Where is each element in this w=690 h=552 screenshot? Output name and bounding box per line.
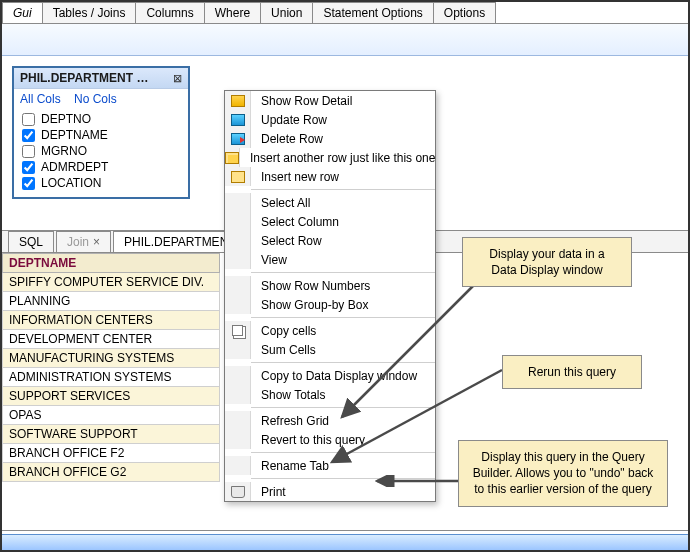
table-row[interactable]: INFORMATION CENTERS [3, 311, 220, 330]
column-list: DEPTNO DEPTNAME MGRNO ADMRDEPT LOCATION [14, 109, 188, 197]
column-checkbox[interactable] [22, 145, 35, 158]
table-row[interactable]: BRANCH OFFICE G2 [3, 463, 220, 482]
table-row[interactable]: SOFTWARE SUPPORT [3, 425, 220, 444]
grid-cell[interactable]: BRANCH OFFICE F2 [3, 444, 220, 463]
column-label: ADMRDEPT [41, 160, 108, 174]
no-cols-link[interactable]: No Cols [74, 92, 117, 106]
menu-item[interactable]: Update Row [225, 110, 435, 129]
detail-icon [231, 95, 245, 107]
menu-item-label: Sum Cells [251, 343, 435, 357]
table-box-phil-department[interactable]: PHIL.DEPARTMENT … ⊠ All Cols No Cols DEP… [12, 66, 190, 199]
grid-cell[interactable]: INFORMATION CENTERS [3, 311, 220, 330]
menu-item[interactable]: Show Row Numbers [225, 276, 435, 295]
menu-separator [251, 317, 435, 318]
column-label: DEPTNAME [41, 128, 108, 142]
menu-item[interactable]: View [225, 250, 435, 269]
menu-item[interactable]: Insert another row just like this one [225, 148, 435, 167]
menu-item[interactable]: Select All [225, 193, 435, 212]
column-item: DEPTNO [18, 111, 184, 127]
grid-cell[interactable]: ADMINISTRATION SYSTEMS [3, 368, 220, 387]
insnew-icon [231, 171, 245, 183]
copy-icon [232, 325, 243, 336]
menu-separator [251, 452, 435, 453]
column-item: DEPTNAME [18, 127, 184, 143]
grid-cell[interactable]: OPAS [3, 406, 220, 425]
menu-separator [251, 478, 435, 479]
result-grid[interactable]: DEPTNAME SPIFFY COMPUTER SERVICE DIV.PLA… [2, 253, 220, 482]
menu-separator [251, 189, 435, 190]
callout-rerun-query: Rerun this query [502, 355, 642, 389]
column-item: MGRNO [18, 143, 184, 159]
grid-cell[interactable]: PLANNING [3, 292, 220, 311]
menu-item[interactable]: Select Row [225, 231, 435, 250]
menu-item-label: Delete Row [251, 132, 435, 146]
column-label: DEPTNO [41, 112, 91, 126]
close-icon[interactable]: × [93, 235, 100, 249]
menu-item-label: Copy to Data Display window [251, 369, 435, 383]
tab-options[interactable]: Options [433, 2, 496, 23]
close-icon[interactable]: ⊠ [173, 72, 182, 85]
column-item: ADMRDEPT [18, 159, 184, 175]
menu-item-label: Rename Tab [251, 459, 435, 473]
update-icon [231, 114, 245, 126]
context-menu[interactable]: Show Row DetailUpdate RowDelete RowInser… [224, 90, 436, 502]
menu-item[interactable]: Copy cells [225, 321, 435, 340]
table-row[interactable]: MANUFACTURING SYSTEMS [3, 349, 220, 368]
table-row[interactable]: DEVELOPMENT CENTER [3, 330, 220, 349]
menu-item-label: Insert new row [251, 170, 435, 184]
menu-item[interactable]: Show Row Detail [225, 91, 435, 110]
menu-item[interactable]: Copy to Data Display window [225, 366, 435, 385]
menu-item[interactable]: Revert to this query [225, 430, 435, 449]
table-row[interactable]: SUPPORT SERVICES [3, 387, 220, 406]
menu-item[interactable]: Rename Tab [225, 456, 435, 475]
menu-separator [251, 362, 435, 363]
all-cols-link[interactable]: All Cols [20, 92, 61, 106]
tab-union[interactable]: Union [260, 2, 313, 23]
menu-item[interactable]: Show Group-by Box [225, 295, 435, 314]
grid-cell[interactable]: DEVELOPMENT CENTER [3, 330, 220, 349]
menu-item-label: Show Group-by Box [251, 298, 435, 312]
print-icon [231, 486, 245, 498]
table-row[interactable]: BRANCH OFFICE F2 [3, 444, 220, 463]
menu-item-label: Revert to this query [251, 433, 435, 447]
result-tab-sql[interactable]: SQL [8, 231, 54, 252]
grid-cell[interactable]: SUPPORT SERVICES [3, 387, 220, 406]
column-item: LOCATION [18, 175, 184, 191]
column-checkbox[interactable] [22, 177, 35, 190]
table-row[interactable]: PLANNING [3, 292, 220, 311]
tab-where[interactable]: Where [204, 2, 261, 23]
grid-header[interactable]: DEPTNAME [3, 254, 220, 273]
tab-gui[interactable]: Gui [2, 2, 43, 23]
column-label: LOCATION [41, 176, 101, 190]
menu-item[interactable]: Refresh Grid [225, 411, 435, 430]
tab-tables-joins[interactable]: Tables / Joins [42, 2, 137, 23]
menu-item-label: Copy cells [251, 324, 435, 338]
grid-cell[interactable]: SPIFFY COMPUTER SERVICE DIV. [3, 273, 220, 292]
table-row[interactable]: SPIFFY COMPUTER SERVICE DIV. [3, 273, 220, 292]
tab-columns[interactable]: Columns [135, 2, 204, 23]
toolbar [2, 24, 688, 56]
menu-item-label: Update Row [251, 113, 435, 127]
grid-cell[interactable]: SOFTWARE SUPPORT [3, 425, 220, 444]
insdup-icon [225, 152, 239, 164]
window-bottom-bar [2, 534, 688, 550]
column-checkbox[interactable] [22, 161, 35, 174]
menu-item[interactable]: Insert new row [225, 167, 435, 186]
menu-item[interactable]: Select Column [225, 212, 435, 231]
menu-item-label: Select Column [251, 215, 435, 229]
result-tab-join[interactable]: Join× [56, 231, 111, 252]
column-checkbox[interactable] [22, 113, 35, 126]
grid-cell[interactable]: BRANCH OFFICE G2 [3, 463, 220, 482]
table-row[interactable]: OPAS [3, 406, 220, 425]
menu-item[interactable]: Sum Cells [225, 340, 435, 359]
tab-statement-options[interactable]: Statement Options [312, 2, 433, 23]
callout-revert-query: Display this query in the Query Builder.… [458, 440, 668, 507]
menu-item-label: View [251, 253, 435, 267]
table-row[interactable]: ADMINISTRATION SYSTEMS [3, 368, 220, 387]
menu-separator [251, 272, 435, 273]
menu-item[interactable]: Delete Row [225, 129, 435, 148]
column-checkbox[interactable] [22, 129, 35, 142]
grid-cell[interactable]: MANUFACTURING SYSTEMS [3, 349, 220, 368]
menu-item[interactable]: Show Totals [225, 385, 435, 404]
menu-item[interactable]: Print [225, 482, 435, 501]
